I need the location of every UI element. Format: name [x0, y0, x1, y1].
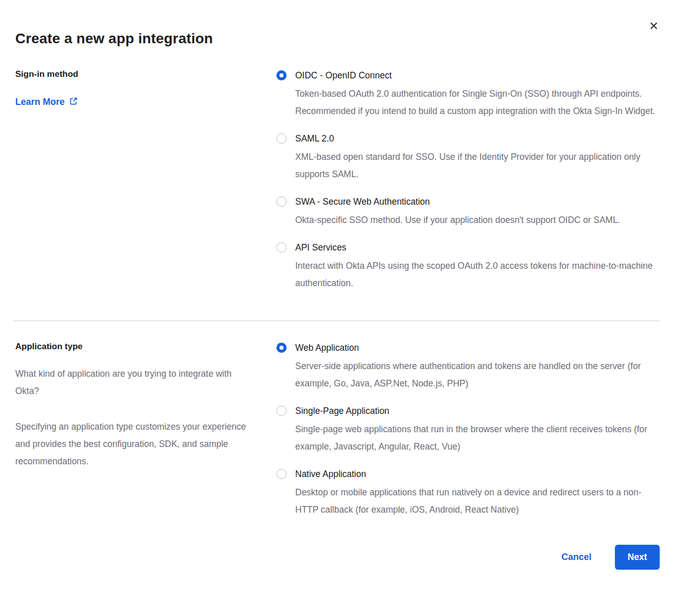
- signin-method-section: Sign-in method Learn More OIDC - OpenID …: [15, 69, 660, 292]
- radio-api-services[interactable]: [276, 242, 287, 253]
- create-app-integration-dialog: ✕ Create a new app integration Sign-in m…: [0, 0, 678, 616]
- signin-option-oidc-description: Token-based OAuth 2.0 authentication for…: [295, 85, 658, 120]
- apptype-option-spa: Single-Page Application Single-page web …: [276, 405, 660, 455]
- dialog-footer: Cancel Next: [15, 545, 660, 570]
- apptype-option-web-label[interactable]: Web Application: [295, 342, 660, 354]
- signin-option-api-services-label[interactable]: API Services: [295, 241, 660, 254]
- application-type-question: What kind of application are you trying …: [15, 365, 255, 400]
- apptype-option-web-description: Server-side applications where authentic…: [295, 357, 658, 392]
- radio-oidc[interactable]: [276, 70, 287, 80]
- external-link-icon: [69, 97, 78, 108]
- apptype-option-native-description: Desktop or mobile applications that run …: [295, 484, 658, 518]
- close-icon: ✕: [649, 19, 659, 33]
- signin-option-api-services: API Services Interact with Okta APIs usi…: [276, 241, 660, 292]
- signin-option-saml-label[interactable]: SAML 2.0: [295, 132, 660, 145]
- signin-option-saml: SAML 2.0 XML-based open standard for SSO…: [276, 132, 660, 183]
- apptype-option-native-label[interactable]: Native Application: [295, 468, 660, 480]
- cancel-button[interactable]: Cancel: [558, 551, 595, 563]
- signin-option-oidc-label[interactable]: OIDC - OpenID Connect: [295, 69, 660, 81]
- next-button[interactable]: Next: [615, 545, 660, 570]
- signin-option-saml-description: XML-based open standard for SSO. Use if …: [295, 148, 658, 183]
- section-divider: [13, 320, 660, 321]
- radio-saml[interactable]: [276, 133, 287, 144]
- learn-more-link[interactable]: Learn More: [15, 96, 78, 108]
- apptype-option-spa-description: Single-page web applications that run in…: [295, 421, 658, 455]
- apptype-option-web: Web Application Server-side applications…: [276, 342, 660, 392]
- learn-more-label: Learn More: [15, 97, 65, 107]
- signin-option-swa-description: Okta-specific SSO method. Use if your ap…: [295, 211, 658, 229]
- signin-method-options: OIDC - OpenID Connect Token-based OAuth …: [276, 69, 660, 292]
- application-type-explanation: Specifying an application type customize…: [15, 418, 255, 470]
- signin-method-left-column: Sign-in method Learn More: [15, 69, 276, 292]
- radio-swa[interactable]: [276, 197, 287, 207]
- page-title: Create a new app integration: [15, 31, 660, 47]
- signin-option-api-services-description: Interact with Okta APIs using the scoped…: [295, 257, 658, 292]
- close-button[interactable]: ✕: [647, 18, 661, 34]
- signin-method-label: Sign-in method: [15, 69, 256, 79]
- apptype-option-spa-label[interactable]: Single-Page Application: [295, 405, 660, 417]
- signin-option-swa: SWA - Secure Web Authentication Okta-spe…: [276, 195, 660, 229]
- application-type-section: Application type What kind of applicatio…: [15, 342, 660, 518]
- radio-web-application[interactable]: [276, 343, 287, 353]
- application-type-label: Application type: [15, 342, 256, 352]
- signin-option-swa-label[interactable]: SWA - Secure Web Authentication: [295, 195, 660, 208]
- apptype-option-native: Native Application Desktop or mobile app…: [276, 468, 660, 518]
- radio-native-application[interactable]: [276, 469, 287, 479]
- application-type-options: Web Application Server-side applications…: [276, 342, 660, 518]
- signin-option-oidc: OIDC - OpenID Connect Token-based OAuth …: [276, 69, 660, 120]
- radio-single-page-application[interactable]: [276, 406, 287, 416]
- application-type-left-column: Application type What kind of applicatio…: [15, 342, 276, 518]
